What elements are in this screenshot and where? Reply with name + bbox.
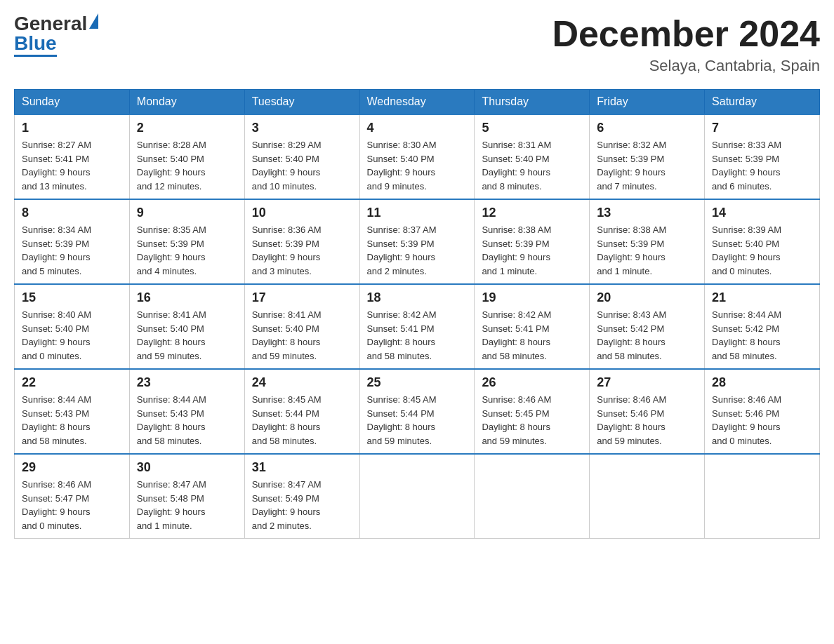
- day-info: Sunrise: 8:33 AMSunset: 5:39 PMDaylight:…: [712, 138, 812, 193]
- logo-triangle-icon: [89, 13, 98, 29]
- day-info: Sunrise: 8:44 AMSunset: 5:43 PMDaylight:…: [137, 393, 237, 448]
- calendar-cell: 19 Sunrise: 8:42 AMSunset: 5:41 PMDaylig…: [475, 284, 590, 369]
- col-saturday: Saturday: [705, 90, 820, 115]
- week-row-5: 29 Sunrise: 8:46 AMSunset: 5:47 PMDaylig…: [15, 454, 820, 539]
- day-info: Sunrise: 8:38 AMSunset: 5:39 PMDaylight:…: [597, 223, 697, 278]
- day-number: 9: [137, 206, 237, 220]
- calendar-cell: 31 Sunrise: 8:47 AMSunset: 5:49 PMDaylig…: [244, 454, 359, 539]
- calendar-cell: 1 Sunrise: 8:27 AMSunset: 5:41 PMDayligh…: [15, 114, 130, 199]
- week-row-3: 15 Sunrise: 8:40 AMSunset: 5:40 PMDaylig…: [15, 284, 820, 369]
- week-row-1: 1 Sunrise: 8:27 AMSunset: 5:41 PMDayligh…: [15, 114, 820, 199]
- calendar-cell: 16 Sunrise: 8:41 AMSunset: 5:40 PMDaylig…: [129, 284, 244, 369]
- calendar-cell: 3 Sunrise: 8:29 AMSunset: 5:40 PMDayligh…: [244, 114, 359, 199]
- calendar-cell: 27 Sunrise: 8:46 AMSunset: 5:46 PMDaylig…: [590, 369, 705, 454]
- calendar-cell: 22 Sunrise: 8:44 AMSunset: 5:43 PMDaylig…: [15, 369, 130, 454]
- calendar-cell: 25 Sunrise: 8:45 AMSunset: 5:44 PMDaylig…: [359, 369, 475, 454]
- day-info: Sunrise: 8:35 AMSunset: 5:39 PMDaylight:…: [137, 223, 237, 278]
- title-section: December 2024 Selaya, Cantabria, Spain: [552, 14, 820, 75]
- day-info: Sunrise: 8:39 AMSunset: 5:40 PMDaylight:…: [712, 223, 812, 278]
- day-number: 3: [252, 121, 352, 135]
- day-number: 31: [252, 460, 352, 475]
- calendar-cell: 5 Sunrise: 8:31 AMSunset: 5:40 PMDayligh…: [475, 114, 590, 199]
- day-info: Sunrise: 8:46 AMSunset: 5:47 PMDaylight:…: [22, 478, 122, 532]
- calendar-cell: [475, 454, 590, 539]
- calendar-cell: 14 Sunrise: 8:39 AMSunset: 5:40 PMDaylig…: [705, 199, 820, 284]
- day-info: Sunrise: 8:29 AMSunset: 5:40 PMDaylight:…: [252, 138, 352, 193]
- col-monday: Monday: [129, 90, 244, 115]
- day-number: 22: [22, 375, 122, 390]
- day-number: 25: [367, 375, 468, 390]
- day-info: Sunrise: 8:31 AMSunset: 5:40 PMDaylight:…: [482, 138, 582, 193]
- day-info: Sunrise: 8:27 AMSunset: 5:41 PMDaylight:…: [22, 138, 122, 193]
- day-number: 28: [712, 375, 812, 390]
- day-info: Sunrise: 8:28 AMSunset: 5:40 PMDaylight:…: [137, 138, 237, 193]
- calendar-cell: 28 Sunrise: 8:46 AMSunset: 5:46 PMDaylig…: [705, 369, 820, 454]
- calendar-cell: 15 Sunrise: 8:40 AMSunset: 5:40 PMDaylig…: [15, 284, 130, 369]
- week-row-2: 8 Sunrise: 8:34 AMSunset: 5:39 PMDayligh…: [15, 199, 820, 284]
- day-number: 29: [22, 460, 122, 475]
- day-number: 18: [367, 290, 468, 305]
- calendar-cell: 6 Sunrise: 8:32 AMSunset: 5:39 PMDayligh…: [590, 114, 705, 199]
- day-info: Sunrise: 8:47 AMSunset: 5:48 PMDaylight:…: [137, 478, 237, 532]
- calendar-cell: 12 Sunrise: 8:38 AMSunset: 5:39 PMDaylig…: [475, 199, 590, 284]
- col-wednesday: Wednesday: [359, 90, 475, 115]
- calendar-table: Sunday Monday Tuesday Wednesday Thursday…: [14, 89, 820, 539]
- day-info: Sunrise: 8:41 AMSunset: 5:40 PMDaylight:…: [137, 308, 237, 363]
- col-thursday: Thursday: [475, 90, 590, 115]
- month-title: December 2024: [552, 14, 820, 54]
- calendar-cell: [590, 454, 705, 539]
- page-header: General Blue December 2024 Selaya, Canta…: [14, 14, 820, 75]
- day-number: 1: [22, 121, 122, 135]
- calendar-cell: 17 Sunrise: 8:41 AMSunset: 5:40 PMDaylig…: [244, 284, 359, 369]
- col-tuesday: Tuesday: [244, 90, 359, 115]
- calendar-cell: 29 Sunrise: 8:46 AMSunset: 5:47 PMDaylig…: [15, 454, 130, 539]
- calendar-cell: 23 Sunrise: 8:44 AMSunset: 5:43 PMDaylig…: [129, 369, 244, 454]
- calendar-cell: 4 Sunrise: 8:30 AMSunset: 5:40 PMDayligh…: [359, 114, 475, 199]
- day-info: Sunrise: 8:46 AMSunset: 5:46 PMDaylight:…: [597, 393, 697, 448]
- day-number: 4: [367, 121, 468, 135]
- day-number: 6: [597, 121, 697, 135]
- day-number: 30: [137, 460, 237, 475]
- week-row-4: 22 Sunrise: 8:44 AMSunset: 5:43 PMDaylig…: [15, 369, 820, 454]
- logo: General Blue: [14, 14, 98, 57]
- day-number: 13: [597, 206, 697, 220]
- day-info: Sunrise: 8:46 AMSunset: 5:45 PMDaylight:…: [482, 393, 582, 448]
- day-info: Sunrise: 8:30 AMSunset: 5:40 PMDaylight:…: [367, 138, 468, 193]
- calendar-header-row: Sunday Monday Tuesday Wednesday Thursday…: [15, 90, 820, 115]
- day-info: Sunrise: 8:44 AMSunset: 5:42 PMDaylight:…: [712, 308, 812, 363]
- logo-blue-text: Blue: [14, 34, 57, 53]
- day-info: Sunrise: 8:44 AMSunset: 5:43 PMDaylight:…: [22, 393, 122, 448]
- day-number: 8: [22, 206, 122, 220]
- calendar-cell: [705, 454, 820, 539]
- calendar-cell: [359, 454, 475, 539]
- calendar-cell: 30 Sunrise: 8:47 AMSunset: 5:48 PMDaylig…: [129, 454, 244, 539]
- location-text: Selaya, Cantabria, Spain: [552, 57, 820, 75]
- day-number: 26: [482, 375, 582, 390]
- calendar-cell: 24 Sunrise: 8:45 AMSunset: 5:44 PMDaylig…: [244, 369, 359, 454]
- day-info: Sunrise: 8:46 AMSunset: 5:46 PMDaylight:…: [712, 393, 812, 448]
- day-info: Sunrise: 8:45 AMSunset: 5:44 PMDaylight:…: [367, 393, 468, 448]
- day-number: 16: [137, 290, 237, 305]
- calendar-cell: 9 Sunrise: 8:35 AMSunset: 5:39 PMDayligh…: [129, 199, 244, 284]
- day-info: Sunrise: 8:38 AMSunset: 5:39 PMDaylight:…: [482, 223, 582, 278]
- calendar-cell: 26 Sunrise: 8:46 AMSunset: 5:45 PMDaylig…: [475, 369, 590, 454]
- logo-underline: [14, 55, 57, 57]
- day-info: Sunrise: 8:42 AMSunset: 5:41 PMDaylight:…: [482, 308, 582, 363]
- day-number: 17: [252, 290, 352, 305]
- day-number: 2: [137, 121, 237, 135]
- calendar-cell: 2 Sunrise: 8:28 AMSunset: 5:40 PMDayligh…: [129, 114, 244, 199]
- day-info: Sunrise: 8:36 AMSunset: 5:39 PMDaylight:…: [252, 223, 352, 278]
- day-number: 10: [252, 206, 352, 220]
- calendar-cell: 13 Sunrise: 8:38 AMSunset: 5:39 PMDaylig…: [590, 199, 705, 284]
- day-info: Sunrise: 8:47 AMSunset: 5:49 PMDaylight:…: [252, 478, 352, 532]
- day-number: 23: [137, 375, 237, 390]
- day-info: Sunrise: 8:37 AMSunset: 5:39 PMDaylight:…: [367, 223, 468, 278]
- day-number: 15: [22, 290, 122, 305]
- calendar-cell: 18 Sunrise: 8:42 AMSunset: 5:41 PMDaylig…: [359, 284, 475, 369]
- day-number: 12: [482, 206, 582, 220]
- day-info: Sunrise: 8:45 AMSunset: 5:44 PMDaylight:…: [252, 393, 352, 448]
- day-number: 24: [252, 375, 352, 390]
- day-number: 19: [482, 290, 582, 305]
- calendar-cell: 20 Sunrise: 8:43 AMSunset: 5:42 PMDaylig…: [590, 284, 705, 369]
- day-info: Sunrise: 8:34 AMSunset: 5:39 PMDaylight:…: [22, 223, 122, 278]
